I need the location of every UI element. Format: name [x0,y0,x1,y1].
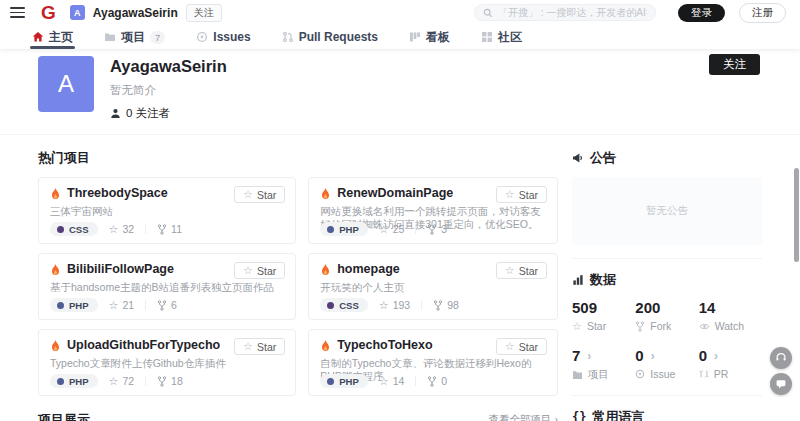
stat-item[interactable]: 7 › 项目 [572,347,635,382]
search-input[interactable] [498,7,647,18]
page-scrollbar-thumb[interactable] [794,168,799,262]
chevron-right-icon: › [714,349,718,363]
stat-value: 0 [635,347,643,364]
popular-projects-title: 热门项目 [38,149,558,167]
star-count: ☆ 25 [379,223,405,236]
star-icon: ☆ [505,264,515,277]
folder-icon [104,31,116,43]
top-bar: G A AyagawaSeirin 关注 登录 注册 [0,0,800,25]
language-name: PHP [339,376,359,387]
project-name[interactable]: ThreebodySpace [67,186,168,200]
language-dot [327,302,334,309]
stat-item[interactable]: 14 Watch [699,299,762,332]
topbar-follow-tag[interactable]: 关注 [186,4,222,22]
stat-value: 14 [699,299,716,316]
language-pill: PHP [320,222,368,236]
tab-home[interactable]: 主页 [30,25,75,49]
profile-header: A AyagawaSeirin 暂无简介 0 关注者 关注 [0,49,800,135]
home-icon [32,31,44,43]
star-button[interactable]: ☆ Star [234,186,285,203]
tab-board[interactable]: 看板 [407,25,452,49]
fork-icon [635,321,645,332]
stat-item[interactable]: 200 Fork [635,299,698,332]
language-dot [57,226,64,233]
stat-value: 7 [572,347,580,364]
project-name[interactable]: RenewDomainPage [337,186,453,200]
star-button[interactable]: ☆ Star [496,186,547,203]
project-card: homepage ☆ Star 开玩笑的个人主页 CSS ☆ 193 98 [308,253,558,320]
stats-grid: 509 ☆ Star 200 Fork 14 Watch 7 › [572,299,762,382]
tab-community[interactable]: 社区 [479,25,524,49]
language-name: CSS [69,224,89,235]
stat-item[interactable]: 0 › Issue [635,347,698,382]
fork-count: 3 [427,223,447,235]
star-icon: ☆ [379,223,389,236]
followers-link[interactable]: 0 关注者 [110,106,227,121]
tab-pull-requests-label: Pull Requests [299,30,378,44]
fork-icon [433,300,443,311]
stat-label: Watch [715,320,744,332]
search-box[interactable] [474,4,656,21]
star-button[interactable]: ☆ Star [234,338,285,355]
fork-count: 0 [427,375,447,387]
stat-item[interactable]: 509 ☆ Star [572,299,635,332]
fork-icon [427,376,437,387]
person-icon [110,108,121,119]
divider [415,224,416,234]
project-card: RenewDomainPage ☆ Star 网站更换域名利用一个跳转提示页面，… [308,177,558,244]
star-count: ☆ 72 [109,375,135,388]
floating-widgets [770,347,792,395]
language-pill: CSS [320,298,368,312]
star-icon: ☆ [109,375,119,388]
language-pill: CSS [50,222,98,236]
pr-icon [699,369,709,379]
followers-count: 0 关注者 [126,106,170,121]
stat-item[interactable]: 0 › PR [699,347,762,382]
feedback-float-button[interactable] [770,373,792,395]
issue-icon [635,369,645,379]
stat-label: 项目 [588,368,609,382]
project-name[interactable]: BilibiliFollowPage [67,262,174,276]
gitee-logo[interactable]: G [41,3,56,22]
stat-value: 200 [635,299,660,316]
profile-name: AyagawaSeirin [110,57,227,76]
project-card: TypechoToHexo ☆ Star 自制的Typecho文章、评论数据迁移… [308,329,558,396]
flame-icon [50,263,61,276]
project-name[interactable]: UploadGithubForTypecho [67,338,220,352]
service-float-button[interactable] [770,347,792,369]
language-pill: PHP [320,374,368,388]
divider [572,395,762,396]
tab-issues-label: Issues [213,30,250,44]
language-pill: PHP [50,374,98,388]
follow-button[interactable]: 关注 [709,54,760,75]
projects-count-badge: 7 [150,31,165,44]
tab-pull-requests[interactable]: Pull Requests [280,25,380,49]
view-all-projects-link[interactable]: 查看全部项目 › [489,413,558,421]
stat-label: PR [714,368,729,380]
project-name[interactable]: TypechoToHexo [337,338,432,352]
star-button[interactable]: ☆ Star [496,338,547,355]
star-button[interactable]: ☆ Star [234,262,285,279]
project-card: BilibiliFollowPage ☆ Star 基于handsome主题的B… [38,253,296,320]
code-braces-icon: {} [572,410,586,421]
login-button[interactable]: 登录 [678,4,725,22]
star-icon: ☆ [243,340,253,353]
profile-bio: 暂无简介 [110,83,227,98]
star-button[interactable]: ☆ Star [496,262,547,279]
topbar-username[interactable]: AyagawaSeirin [93,6,178,20]
flame-icon [320,263,331,276]
chevron-right-icon: › [651,349,655,363]
site-header: G A AyagawaSeirin 关注 登录 注册 主页 项目 7 [0,0,800,49]
menu-icon[interactable] [10,7,25,18]
user-avatar-small[interactable]: A [70,5,85,20]
tab-projects[interactable]: 项目 7 [102,25,167,49]
showcase-title: 项目展示 [38,411,90,421]
tab-issues[interactable]: Issues [194,25,252,49]
project-name[interactable]: homepage [337,262,400,276]
divider [145,300,146,310]
register-button[interactable]: 注册 [739,3,786,23]
tab-community-label: 社区 [498,29,522,46]
language-dot [57,378,64,385]
flame-icon [50,187,61,200]
flame-icon [50,339,61,352]
